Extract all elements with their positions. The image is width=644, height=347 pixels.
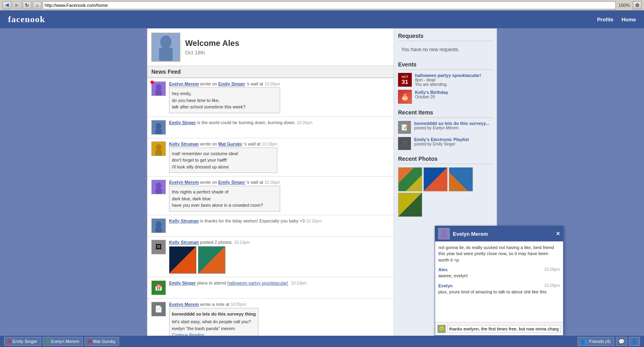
home-icon: ⌂ bbox=[36, 3, 39, 8]
chat-msg-1-header: Ales 10:29pm bbox=[438, 267, 560, 272]
fb-logo: facenook bbox=[8, 14, 45, 25]
svg-point-0 bbox=[160, 35, 171, 48]
address-bar[interactable] bbox=[43, 1, 616, 9]
event-info-1: halloween partyy spooktacular! 8pm - dea… bbox=[415, 73, 481, 87]
back-button[interactable]: ◀ bbox=[2, 1, 11, 9]
taskbar-item-emily[interactable]: Emily Singer bbox=[4, 337, 41, 346]
post-header-1: Evelyn Merem wrote on Emily Singer 's wa… bbox=[169, 81, 280, 86]
taskbar-item-evelyn[interactable]: Evelyn Merem bbox=[43, 337, 83, 346]
chat-msg-2-body: plus, youre kind of amazing to talk to a… bbox=[438, 289, 560, 295]
post-time-6: 10:13pm bbox=[234, 240, 250, 245]
profile-avatar bbox=[151, 33, 180, 62]
home-button[interactable]: ⌂ bbox=[33, 1, 41, 9]
forward-icon: ▶ bbox=[15, 2, 19, 8]
nav-home[interactable]: Home bbox=[621, 17, 636, 23]
svg-rect-3 bbox=[155, 90, 162, 96]
event-detail-1a: 8pm - dead bbox=[415, 78, 481, 82]
chat-msg-1-time: 10:29pm bbox=[544, 267, 560, 272]
recent-photo-3[interactable] bbox=[449, 167, 473, 191]
photo-thumbs-6 bbox=[169, 246, 250, 274]
chat-msg-1: Ales 10:29pm aweee, evelyn! bbox=[438, 267, 560, 279]
post-avatar-1 bbox=[151, 81, 166, 96]
post-actor-8[interactable]: Evelyn Merem bbox=[169, 302, 199, 307]
recent-photo-1[interactable] bbox=[398, 167, 422, 191]
requests-body: You have no new requests. bbox=[398, 44, 493, 56]
recent-photos-row bbox=[398, 167, 493, 217]
post-actor-5[interactable]: Kelly Struman bbox=[169, 218, 199, 223]
post-actor-6[interactable]: Kelly Struman bbox=[169, 240, 199, 245]
chat-header-avatar bbox=[438, 228, 450, 239]
event-name-1[interactable]: halloween partyy spooktacular! bbox=[415, 73, 481, 78]
post-content-7: Emily Singer plans to attend halloween p… bbox=[169, 281, 307, 285]
post-time-1: 10:29pm bbox=[264, 82, 280, 86]
chat-close-button[interactable]: × bbox=[556, 230, 560, 237]
friends-button[interactable]: 👥 Friends (4) bbox=[578, 337, 614, 346]
recent-item-info-2: Emily's Electronic Playlist posted by Em… bbox=[414, 137, 469, 146]
friends-label: Friends (4) bbox=[589, 339, 611, 344]
feed-post-3: Kelly Struman wrote on Mat Gursky 's wal… bbox=[147, 138, 394, 177]
profile-header: Welcome Ales Oct 18th bbox=[147, 29, 394, 66]
photo-thumb-1[interactable] bbox=[169, 246, 196, 274]
refresh-button[interactable]: ↻ bbox=[23, 1, 31, 9]
post-avatar-2 bbox=[151, 120, 166, 135]
zoom-level: 100% bbox=[617, 3, 632, 8]
post-target-4[interactable]: Emily Singer bbox=[218, 180, 245, 185]
recent-item-name-2[interactable]: Emily's Electronic Playlist bbox=[414, 137, 469, 142]
recent-item-icon-2: 🎵 bbox=[398, 137, 411, 150]
post-actor-3[interactable]: Kelly Struman bbox=[169, 141, 199, 146]
chat-toggle-button[interactable]: 💬 bbox=[616, 337, 627, 346]
taskbar-item-mat[interactable]: Mat Gursky bbox=[85, 337, 119, 346]
chat-msg-2: Evelyn 10:29pm plus, youre kind of amazi… bbox=[438, 283, 560, 295]
feed-post-7: 📅 Emily Singer plans to attend halloween… bbox=[147, 277, 394, 299]
nav-profile[interactable]: Profile bbox=[597, 17, 613, 23]
settings-button[interactable]: ⚙ bbox=[633, 1, 642, 9]
post-actor-4[interactable]: Evelyn Merem bbox=[169, 180, 199, 185]
welcome-date: Oct 18th bbox=[185, 50, 239, 56]
chat-msg-2-sender: Evelyn bbox=[438, 283, 452, 288]
svg-rect-7 bbox=[155, 150, 162, 156]
wall-post-box-4: this nights a perfect shade ofdark blue,… bbox=[169, 186, 280, 212]
recent-photo-2[interactable] bbox=[423, 167, 448, 191]
wall-post-box-1: hey emily,do you have time to like,talk … bbox=[169, 87, 280, 113]
back-icon: ◀ bbox=[5, 2, 8, 8]
event-detail-2: October 26 bbox=[415, 95, 448, 99]
forward-button[interactable]: ▶ bbox=[12, 1, 21, 9]
notifications-button[interactable]: 👤 bbox=[629, 337, 640, 346]
welcome-title: Welcome Ales bbox=[185, 39, 239, 48]
post-content-6: Kelly Struman posted 2 photos. 10:13pm bbox=[169, 240, 250, 274]
recent-item-name-1[interactable]: boreedddd so lets do this surveyy... bbox=[414, 121, 489, 126]
recent-item-by-2: posted by Emily Singer bbox=[414, 142, 469, 146]
recent-item-info-1: boreedddd so lets do this surveyy... pos… bbox=[414, 121, 489, 130]
post-avatar-8: 📄 bbox=[151, 302, 166, 316]
post-avatar-6: 🖼 bbox=[151, 240, 166, 254]
fb-nav: Profile Home bbox=[597, 17, 636, 23]
news-feed-label: News Feed bbox=[147, 66, 394, 78]
post-actor-2[interactable]: Emily Singer bbox=[169, 120, 196, 125]
post-actor-7[interactable]: Emily Singer bbox=[169, 281, 196, 285]
post-event-link[interactable]: halloween partyy spooktacular! bbox=[227, 281, 288, 285]
recent-item-by-1: posted by Evelyn Merem bbox=[414, 126, 489, 130]
taskbar-label-emily: Emily Singer bbox=[12, 339, 37, 344]
chat-popup: Evelyn Merem × not gonna lie, its really… bbox=[435, 226, 564, 336]
post-actor-1[interactable]: Evelyn Merem bbox=[169, 81, 199, 86]
event-birthday-icon: 🎂 bbox=[398, 90, 412, 104]
feed-post-6: 🖼 Kelly Struman posted 2 photos. 10:13pm bbox=[147, 237, 394, 277]
chat-input[interactable] bbox=[447, 325, 561, 332]
photo-thumb-2[interactable] bbox=[198, 246, 225, 274]
post-content-1: Evelyn Merem wrote on Emily Singer 's wa… bbox=[169, 81, 280, 113]
post-time-3: 10:18pm bbox=[262, 142, 277, 146]
post-avatar-5 bbox=[151, 218, 166, 233]
feed-post-4: Evelyn Merem wrote on Emily Singer 's wa… bbox=[147, 177, 394, 215]
svg-point-2 bbox=[156, 84, 161, 91]
note-title-8: boreedddd so lets do this surveyy thing bbox=[172, 311, 256, 318]
chat-msg-2-time: 10:29pm bbox=[544, 283, 560, 288]
svg-rect-9 bbox=[155, 189, 162, 194]
event-name-2[interactable]: Kelly's Birthday bbox=[415, 90, 448, 95]
friends-icon: 👥 bbox=[581, 339, 588, 345]
post-target-1[interactable]: Emily Singer bbox=[218, 81, 245, 86]
post-target-3[interactable]: Mat Gursky bbox=[218, 141, 242, 146]
post-time-5: 10:16pm bbox=[306, 219, 322, 223]
chat-header[interactable]: Evelyn Merem × bbox=[435, 226, 563, 241]
chat-msg-1-body: aweee, evelyn! bbox=[438, 273, 560, 279]
recent-photo-4[interactable] bbox=[398, 193, 422, 217]
